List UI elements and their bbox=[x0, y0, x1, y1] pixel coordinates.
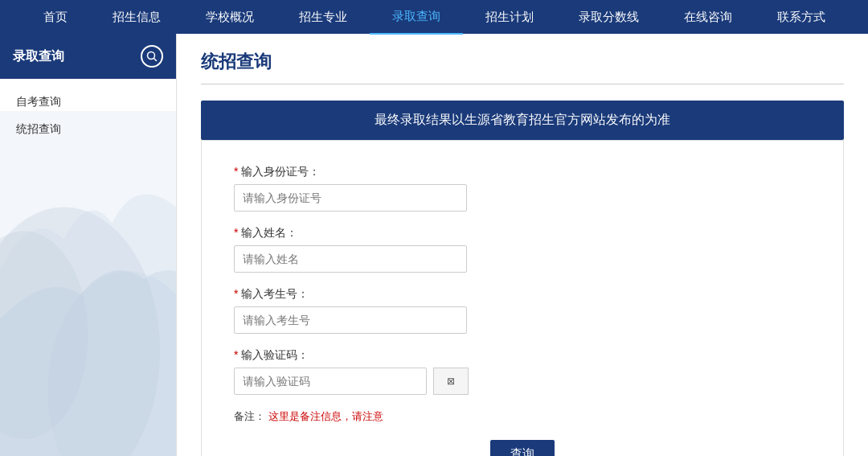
submit-button[interactable]: 查询 bbox=[490, 440, 555, 456]
nav-item-contact[interactable]: 联系方式 bbox=[755, 0, 848, 34]
id-number-label: *输入身份证号： bbox=[234, 165, 811, 179]
form-container: *输入身份证号： *输入姓名： *输入考生号： bbox=[201, 140, 844, 456]
sidebar-link-self-exam[interactable]: 自考查询 bbox=[0, 88, 176, 116]
svg-line-1 bbox=[154, 59, 157, 61]
main-content: 统招查询 最终录取结果以生源省教育招生官方网站发布的为准 *输入身份证号： *输… bbox=[177, 34, 868, 456]
sidebar: 录取查询 自考查询 统招查询 bbox=[0, 34, 177, 456]
nav-item-score-line[interactable]: 录取分数线 bbox=[556, 0, 661, 34]
required-marker: * bbox=[234, 165, 238, 178]
nav-item-admissions-info[interactable]: 招生信息 bbox=[90, 0, 183, 34]
page-body: 录取查询 自考查询 统招查询 统招查询 bbox=[0, 34, 868, 456]
nav-item-online-consult[interactable]: 在线咨询 bbox=[661, 0, 755, 34]
note-content: 这里是备注信息，请注意 bbox=[268, 410, 383, 422]
nav-item-admission-query[interactable]: 录取查询 bbox=[370, 0, 463, 35]
sidebar-header: 录取查询 bbox=[0, 34, 176, 79]
nav-item-majors[interactable]: 招生专业 bbox=[276, 0, 370, 34]
name-group: *输入姓名： bbox=[234, 226, 811, 273]
exam-number-group: *输入考生号： bbox=[234, 287, 811, 334]
id-number-input[interactable] bbox=[234, 184, 467, 212]
captcha-input[interactable] bbox=[234, 368, 427, 395]
id-number-group: *输入身份证号： bbox=[234, 165, 811, 212]
required-marker: * bbox=[234, 226, 238, 239]
sidebar-link-unified-exam[interactable]: 统招查询 bbox=[0, 116, 176, 143]
name-input[interactable] bbox=[234, 245, 467, 273]
name-label: *输入姓名： bbox=[234, 226, 811, 240]
page-title: 统招查询 bbox=[201, 50, 844, 84]
captcha-row: ⊠ bbox=[234, 368, 811, 395]
note-prefix: 备注： bbox=[234, 410, 265, 422]
nav-item-home[interactable]: 首页 bbox=[21, 0, 90, 34]
search-icon bbox=[141, 45, 163, 68]
captcha-group: *输入验证码： ⊠ bbox=[234, 348, 811, 395]
nav-item-enrollment-plan[interactable]: 招生计划 bbox=[463, 0, 556, 34]
note-text: 备注： 这里是备注信息，请注意 bbox=[234, 409, 811, 424]
required-marker: * bbox=[234, 348, 238, 361]
captcha-image[interactable]: ⊠ bbox=[433, 368, 469, 395]
required-marker: * bbox=[234, 287, 238, 300]
top-navigation: 首页 招生信息 学校概况 招生专业 录取查询 招生计划 录取分数线 在线咨询 联… bbox=[0, 0, 868, 34]
exam-number-input[interactable] bbox=[234, 306, 467, 334]
notice-banner: 最终录取结果以生源省教育招生官方网站发布的为准 bbox=[201, 101, 844, 140]
sidebar-links: 自考查询 统招查询 bbox=[0, 79, 176, 153]
nav-item-school-overview[interactable]: 学校概况 bbox=[183, 0, 276, 34]
captcha-label: *输入验证码： bbox=[234, 348, 811, 363]
exam-number-label: *输入考生号： bbox=[234, 287, 811, 302]
sidebar-title: 录取查询 bbox=[13, 48, 64, 65]
